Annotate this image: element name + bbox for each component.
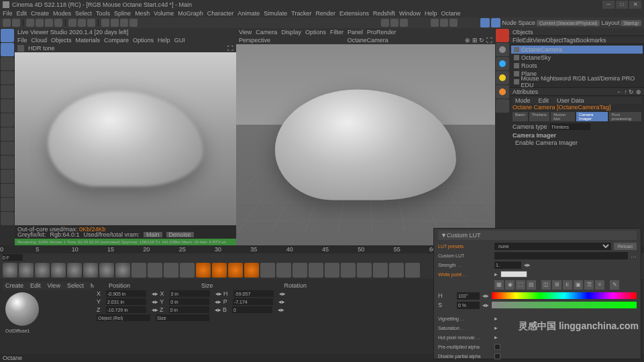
- mouse-model[interactable]: [275, 90, 456, 200]
- picker3-icon[interactable]: ⬚: [516, 280, 525, 290]
- menu-mesh[interactable]: Mesh: [135, 10, 150, 17]
- pv-menu-view[interactable]: View: [239, 29, 252, 36]
- pv-menu-filter[interactable]: Filter: [330, 29, 343, 36]
- pv-menu-prorender[interactable]: ProRender: [367, 29, 396, 36]
- pal-menu-create[interactable]: Create: [5, 282, 23, 289]
- attr-tab[interactable]: Motion blur: [551, 112, 575, 121]
- pv-menu-options[interactable]: Options: [305, 29, 326, 36]
- t6-tool-icon[interactable]: [1, 212, 14, 225]
- main-button[interactable]: Main: [144, 232, 162, 237]
- move-icon[interactable]: [36, 19, 44, 27]
- liveviewer-viewport[interactable]: [15, 52, 236, 225]
- pal-menu-select[interactable]: Select: [67, 282, 84, 289]
- palette-icon-13[interactable]: [212, 263, 227, 278]
- octane-light-icon[interactable]: [496, 71, 509, 84]
- lv-tool-icon[interactable]: [17, 45, 24, 52]
- tree-item[interactable]: Roots: [511, 62, 643, 70]
- palette-icon-21[interactable]: [341, 263, 356, 278]
- camera-label[interactable]: OctaneCamera: [347, 37, 388, 44]
- palette-icon-4[interactable]: [67, 263, 82, 278]
- palette-icon-10[interactable]: [164, 263, 178, 278]
- size-mode[interactable]: [156, 314, 209, 321]
- lv-menu-compare[interactable]: Compare: [104, 37, 129, 44]
- render-settings-icon[interactable]: [129, 19, 138, 27]
- viewport-nav-icon[interactable]: ⊕ ⊞ ↻ ⛶: [465, 37, 492, 44]
- octane-tool1-icon[interactable]: [496, 43, 509, 56]
- custom-lut-input[interactable]: [494, 252, 628, 259]
- attr-menu-mode[interactable]: Mode: [515, 97, 531, 104]
- gear-icon[interactable]: [480, 18, 490, 27]
- attr-tab[interactable]: Post processing: [609, 112, 641, 121]
- whitepoint-swatch[interactable]: [500, 271, 527, 278]
- palette-icon-18[interactable]: [292, 263, 307, 278]
- picker4-icon[interactable]: ▤: [527, 280, 536, 290]
- palette-icon-14[interactable]: [228, 263, 243, 278]
- coord-mode[interactable]: [97, 314, 150, 321]
- hdr-label[interactable]: HDR tone: [28, 45, 55, 52]
- picker8-icon[interactable]: ▣: [574, 280, 583, 290]
- denoise-button[interactable]: Denoise: [166, 232, 194, 237]
- palette-icon-8[interactable]: [131, 263, 146, 278]
- lv-menu-cloud[interactable]: Cloud: [32, 37, 48, 44]
- attr-tab[interactable]: Thinlens: [529, 112, 550, 121]
- lv-menu-objects[interactable]: Objects: [51, 37, 72, 44]
- render-region-icon[interactable]: [120, 19, 128, 27]
- edge-tool-icon[interactable]: [1, 43, 14, 56]
- palette-icon-12[interactable]: [196, 263, 211, 278]
- palette-icon-2[interactable]: [35, 263, 50, 278]
- menu-simulate[interactable]: Simulate: [264, 10, 287, 17]
- palette-icon-23[interactable]: [373, 263, 388, 278]
- menu-character[interactable]: Character: [207, 10, 234, 17]
- reload-button[interactable]: Reload: [614, 243, 637, 250]
- palette-icon-16[interactable]: [260, 263, 275, 278]
- tree-item[interactable]: Mouse Nightsword RGB Last/Demira PRO EDU: [511, 78, 643, 86]
- palette-icon-19[interactable]: [309, 263, 323, 278]
- obj-menu-tags[interactable]: Tags: [563, 37, 576, 44]
- pal-menu-edit[interactable]: Edit: [30, 282, 41, 289]
- attr-menu-edit[interactable]: Edit: [539, 97, 549, 104]
- layout-value[interactable]: Startup: [621, 20, 641, 26]
- axis-z-icon[interactable]: [87, 19, 95, 27]
- menu-modes[interactable]: Modes: [53, 10, 71, 17]
- undo-icon[interactable]: [3, 19, 11, 27]
- material-name[interactable]: OctDiffuse1: [3, 328, 91, 333]
- palette-icon-5[interactable]: [83, 263, 98, 278]
- picker6-icon[interactable]: ⊞: [552, 280, 561, 290]
- menu-select[interactable]: Select: [75, 10, 92, 17]
- scale-icon[interactable]: [45, 19, 53, 27]
- menu-extensions[interactable]: Extensions: [339, 10, 369, 17]
- menu-file[interactable]: File: [3, 10, 13, 17]
- obj-menu-bookmarks[interactable]: Bookmarks: [576, 37, 606, 44]
- perspective-viewport[interactable]: [236, 44, 495, 245]
- pal-menu-view[interactable]: View: [48, 282, 60, 289]
- work-tool-icon[interactable]: [1, 127, 14, 141]
- picker2-icon[interactable]: ◉: [505, 280, 515, 290]
- octane-camera-icon[interactable]: [496, 29, 509, 42]
- screen2-icon[interactable]: [440, 19, 448, 27]
- live-select-icon[interactable]: [26, 19, 34, 27]
- menu-create[interactable]: Create: [31, 10, 49, 17]
- tree-item[interactable]: OctaneSky: [511, 54, 643, 62]
- hue-input[interactable]: [457, 292, 480, 300]
- dpa-checkbox[interactable]: [494, 353, 500, 359]
- camtype-select[interactable]: [550, 123, 590, 130]
- pv-menu-display[interactable]: Display: [281, 29, 301, 36]
- pos-x[interactable]: [106, 290, 146, 297]
- coord-sys-icon[interactable]: [101, 19, 109, 27]
- obj-menu-file[interactable]: File: [513, 37, 523, 44]
- point-tool-icon[interactable]: [1, 71, 14, 84]
- palette-icon-15[interactable]: [244, 263, 259, 278]
- snap-tool-icon[interactable]: [1, 113, 14, 127]
- menu-render[interactable]: Render: [315, 10, 335, 17]
- size-x[interactable]: [170, 290, 210, 297]
- picker1-icon[interactable]: ▦: [494, 280, 504, 290]
- lv-menu-file[interactable]: File: [17, 37, 28, 44]
- lv-menu-materials[interactable]: Materials: [76, 37, 101, 44]
- palette-icon-3[interactable]: [51, 263, 66, 278]
- t5-tool-icon[interactable]: [1, 198, 14, 211]
- palette-icon-11[interactable]: [180, 263, 195, 278]
- lut-presets-select[interactable]: none: [494, 243, 611, 250]
- attr-tab[interactable]: Camera Imager: [576, 112, 608, 121]
- palette-icon-6[interactable]: [99, 263, 114, 278]
- palette-icon-25[interactable]: [405, 263, 420, 278]
